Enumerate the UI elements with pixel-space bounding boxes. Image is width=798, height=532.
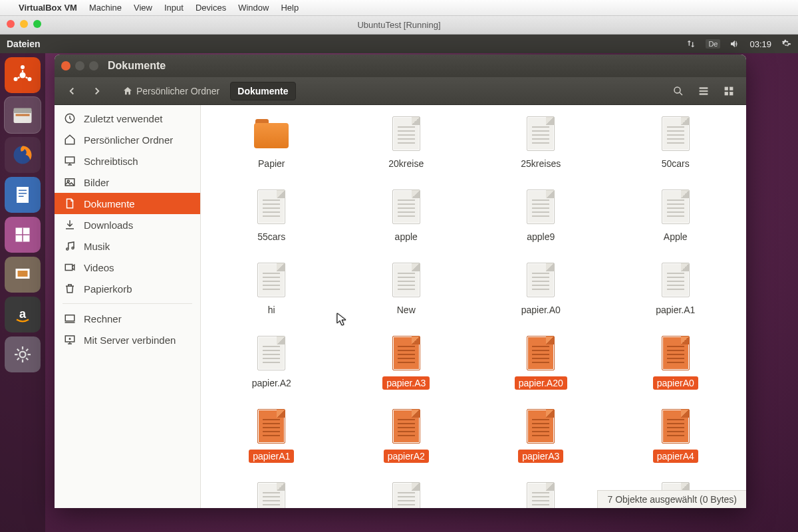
network-indicator-icon[interactable]: [686, 39, 696, 49]
trash-icon: [64, 283, 76, 295]
downloads-icon: [64, 219, 76, 231]
sidebar-item-videos[interactable]: Videos: [55, 257, 200, 278]
clock[interactable]: 03:19: [749, 39, 771, 49]
launcher-settings[interactable]: [5, 336, 41, 372]
nav-back-button[interactable]: [61, 80, 82, 102]
mac-menu-input[interactable]: Input: [164, 3, 184, 13]
mac-close-button[interactable]: [7, 20, 15, 28]
nav-forward-button[interactable]: [86, 80, 108, 102]
mac-menu-view[interactable]: View: [134, 3, 152, 13]
mac-menu-help[interactable]: Help: [281, 3, 299, 13]
document-icon: [257, 336, 285, 370]
mac-app-name[interactable]: VirtualBox VM: [19, 3, 77, 13]
view-list-button[interactable]: [693, 80, 714, 102]
sidebar-item-label: Dokumente: [84, 198, 135, 209]
file-item[interactable]: papier.A2: [207, 334, 336, 390]
sidebar-item-desktop[interactable]: Schreibtisch: [55, 150, 200, 172]
file-item[interactable]: papier.A20: [477, 334, 605, 390]
document-icon: [527, 116, 555, 151]
status-bar: 7 Objekte ausgewählt (0 Bytes): [597, 490, 746, 508]
file-label: apple9: [523, 230, 559, 243]
file-item[interactable]: 50cars: [612, 114, 740, 170]
mac-menu-window[interactable]: Window: [238, 3, 269, 13]
file-label: New: [393, 303, 420, 317]
launcher-amazon[interactable]: a: [5, 297, 41, 332]
file-item[interactable]: apple9: [477, 188, 605, 243]
launcher-calc[interactable]: [5, 217, 41, 253]
desktop-icon: [64, 155, 76, 167]
svg-rect-23: [725, 92, 728, 95]
sidebar-item-downloads[interactable]: Downloads: [55, 214, 200, 235]
search-button[interactable]: [668, 80, 689, 102]
sidebar-item-pictures[interactable]: Bilder: [55, 172, 200, 193]
file-item[interactable]: apple: [342, 188, 471, 243]
mac-menubar[interactable]: VirtualBox VM Machine View Input Devices…: [0, 0, 798, 16]
sidebar-item-music[interactable]: Musik: [55, 235, 200, 257]
file-item[interactable]: New: [342, 261, 471, 317]
file-item[interactable]: Apple: [612, 188, 740, 243]
mac-menu-machine[interactable]: Machine: [89, 3, 122, 13]
mac-menu-devices[interactable]: Devices: [196, 3, 226, 13]
sidebar-item-label: Schreibtisch: [84, 156, 138, 167]
sidebar-item-documents[interactable]: Dokumente: [55, 193, 200, 214]
svg-rect-24: [730, 92, 733, 95]
file-item[interactable]: papier.A0: [477, 261, 605, 317]
sidebar-item-network[interactable]: Mit Server verbinden: [55, 329, 200, 350]
sidebar-item-label: Downloads: [84, 219, 133, 231]
mac-zoom-button[interactable]: [33, 20, 41, 28]
music-icon: [64, 240, 76, 252]
window-close-button[interactable]: [61, 61, 70, 70]
file-item[interactable]: 25kreises: [477, 114, 605, 170]
document-icon: [662, 336, 690, 370]
sidebar-item-label: Videos: [84, 262, 114, 273]
file-label: papierA3: [518, 450, 563, 463]
file-label: papierA1: [249, 450, 294, 463]
file-item[interactable]: Sonne: [207, 480, 336, 508]
file-item[interactable]: Sonnen: [342, 480, 471, 508]
sidebar-item-home[interactable]: Persönlicher Ordner: [55, 129, 200, 150]
launcher-writer[interactable]: [5, 177, 41, 213]
file-label: 25kreises: [517, 157, 565, 170]
session-indicator-icon[interactable]: [781, 39, 791, 49]
svg-rect-31: [65, 265, 72, 271]
sidebar-item-label: Musik: [84, 241, 110, 252]
file-item[interactable]: papierA0: [612, 334, 740, 390]
launcher-firefox[interactable]: [5, 137, 41, 173]
launcher-dash[interactable]: [5, 57, 41, 93]
document-icon: [392, 263, 420, 297]
sidebar-item-computer[interactable]: Rechner: [55, 308, 200, 329]
document-icon: [392, 116, 420, 151]
svg-rect-18: [700, 87, 708, 88]
file-item[interactable]: 20kreise: [342, 114, 471, 170]
launcher-files[interactable]: [5, 97, 41, 133]
view-grid-button[interactable]: [718, 80, 739, 102]
folder-item[interactable]: Papier: [207, 114, 336, 170]
breadcrumb-home[interactable]: Persönlicher Ordner: [116, 82, 226, 100]
file-item[interactable]: 55cars: [207, 188, 336, 243]
launcher-impress[interactable]: [5, 257, 41, 293]
keyboard-layout-indicator[interactable]: De: [706, 39, 720, 49]
sidebar-item-trash[interactable]: Papierkorb: [55, 278, 200, 299]
sound-indicator-icon[interactable]: [730, 39, 740, 49]
window-titlebar[interactable]: Dokumente: [55, 55, 746, 77]
file-item[interactable]: papierA4: [612, 407, 740, 463]
breadcrumb-current[interactable]: Dokumente: [230, 82, 295, 100]
file-label: 55cars: [253, 230, 289, 243]
window-minimize-button[interactable]: [75, 61, 84, 70]
file-item[interactable]: papier.A3: [342, 334, 471, 390]
file-item[interactable]: hi: [207, 261, 336, 317]
file-item[interactable]: papierA3: [477, 407, 605, 463]
documents-icon: [64, 198, 76, 209]
window-maximize-button[interactable]: [89, 61, 98, 70]
file-item[interactable]: papierA2: [342, 407, 471, 463]
file-label: papier.A1: [652, 303, 699, 317]
ubuntu-top-panel: Dateien De 03:19: [0, 35, 798, 53]
mac-minimize-button[interactable]: [20, 20, 28, 28]
icon-view[interactable]: Papier20kreise25kreises50cars55carsapple…: [201, 105, 746, 508]
file-item[interactable]: papier.A1: [612, 261, 740, 317]
ubuntu-active-app[interactable]: Dateien: [7, 39, 41, 49]
file-item[interactable]: Stern: [477, 480, 605, 508]
file-label: papier.A3: [382, 376, 430, 390]
sidebar-item-recent[interactable]: Zuletzt verwendet: [55, 108, 200, 129]
file-item[interactable]: papierA1: [207, 407, 336, 463]
